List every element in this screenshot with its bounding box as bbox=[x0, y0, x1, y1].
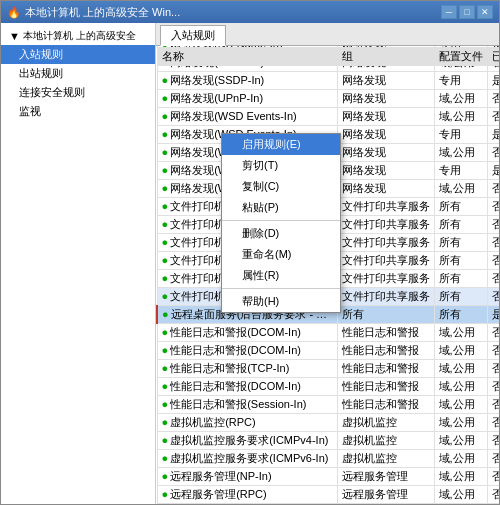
rule-group: 文件打印共享服务 bbox=[337, 198, 434, 216]
rule-profile: 域,公用 bbox=[434, 450, 487, 468]
context-menu-separator bbox=[222, 220, 340, 221]
rule-enabled: 否 bbox=[487, 90, 499, 108]
context-menu-item[interactable]: 粘贴(P) bbox=[222, 197, 340, 218]
tree-label-connection: 连接安全规则 bbox=[19, 85, 85, 100]
title-bar-controls: ─ □ ✕ bbox=[441, 5, 493, 19]
rules-table[interactable]: 名称 组 配置文件 已启用 ●核心网络 - 需要目标不可访问的数据片(ICMPv… bbox=[156, 46, 499, 504]
table-row[interactable]: ●网络发现(WSD Events-In)网络发现域,公用否 bbox=[157, 108, 499, 126]
rule-group: 远程服务管理 bbox=[337, 486, 434, 504]
rule-enabled: 是 bbox=[487, 306, 499, 324]
rule-group: 远程服务管理 bbox=[337, 468, 434, 486]
minimize-button[interactable]: ─ bbox=[441, 5, 457, 19]
table-row[interactable]: ●性能日志和警报(TCP-In)性能日志和警报域,公用否 bbox=[157, 360, 499, 378]
tree-expand-icon: ▼ bbox=[9, 30, 20, 42]
context-menu-item[interactable]: 复制(C) bbox=[222, 176, 340, 197]
rule-enabled: 否 bbox=[487, 414, 499, 432]
rule-enabled: 否 bbox=[487, 378, 499, 396]
rule-group: 所有 bbox=[337, 306, 434, 324]
context-menu-item[interactable]: 删除(D) bbox=[222, 223, 340, 244]
table-row[interactable]: ●性能日志和警报(Session-In)性能日志和警报域,公用否 bbox=[157, 396, 499, 414]
rule-group: 性能日志和警报 bbox=[337, 378, 434, 396]
rule-enabled: 否 bbox=[487, 396, 499, 414]
rule-profile: 专用 bbox=[434, 126, 487, 144]
context-menu-separator bbox=[222, 288, 340, 289]
rule-group: 性能日志和警报 bbox=[337, 360, 434, 378]
context-menu-item[interactable]: 重命名(M) bbox=[222, 244, 340, 265]
table-row[interactable]: ●性能日志和警报(DCOM-In)性能日志和警报域,公用否 bbox=[157, 342, 499, 360]
rule-enabled: 否 bbox=[487, 252, 499, 270]
rule-profile: 所有 bbox=[434, 252, 487, 270]
rule-enabled: 否 bbox=[487, 270, 499, 288]
right-panel: 入站规则 名称 组 配置文件 已启用 ●核心网络 - 需要目标不可访问 bbox=[156, 23, 499, 504]
rule-profile: 所有 bbox=[434, 234, 487, 252]
table-row[interactable]: ●性能日志和警报(DCOM-In)性能日志和警报域,公用否 bbox=[157, 378, 499, 396]
table-row[interactable]: ●虚拟机监控服务要求(ICMPv6-In)虚拟机监控域,公用否 bbox=[157, 450, 499, 468]
col-header-profile[interactable]: 配置文件 bbox=[434, 46, 487, 66]
rule-profile: 域,公用 bbox=[434, 324, 487, 342]
rule-group: 虚拟机监控 bbox=[337, 432, 434, 450]
table-row[interactable]: ●性能日志和警报(DCOM-In)性能日志和警报域,公用否 bbox=[157, 324, 499, 342]
rule-name: ●网络发现(UPnP-In) bbox=[157, 90, 337, 108]
rule-profile: 所有 bbox=[434, 198, 487, 216]
rule-profile: 域,公用 bbox=[434, 432, 487, 450]
rule-enabled: 否 bbox=[487, 432, 499, 450]
tree-item-inbound[interactable]: 入站规则 bbox=[1, 45, 155, 64]
table-row[interactable]: ●远程服务管理(RPC)远程服务管理域,公用否 bbox=[157, 486, 499, 504]
rule-group: 网络发现 bbox=[337, 162, 434, 180]
col-header-name[interactable]: 名称 bbox=[157, 46, 337, 66]
rule-profile: 所有 bbox=[434, 270, 487, 288]
rule-enabled: 否 bbox=[487, 342, 499, 360]
rule-profile: 专用 bbox=[434, 162, 487, 180]
context-menu-item[interactable]: 启用规则(E) bbox=[222, 134, 340, 155]
rule-group: 文件打印共享服务 bbox=[337, 216, 434, 234]
col-header-group[interactable]: 组 bbox=[337, 46, 434, 66]
rule-enabled: 否 bbox=[487, 180, 499, 198]
context-menu-item[interactable]: 属性(R) bbox=[222, 265, 340, 286]
rule-group: 性能日志和警报 bbox=[337, 324, 434, 342]
rule-enabled: 是 bbox=[487, 72, 499, 90]
rule-group: 文件打印共享服务 bbox=[337, 252, 434, 270]
rule-enabled: 是 bbox=[487, 126, 499, 144]
rule-group: 网络发现 bbox=[337, 108, 434, 126]
rule-enabled: 是 bbox=[487, 162, 499, 180]
rule-profile: 所有 bbox=[434, 306, 487, 324]
context-menu-item[interactable]: 剪切(T) bbox=[222, 155, 340, 176]
tree-label-root: 本地计算机 上的高级安全 bbox=[23, 29, 136, 43]
maximize-button[interactable]: □ bbox=[459, 5, 475, 19]
rule-group: 文件打印共享服务 bbox=[337, 270, 434, 288]
tree-label-monitor: 监视 bbox=[19, 104, 41, 119]
table-row[interactable]: ●网络发现(UPnP-In)网络发现域,公用否 bbox=[157, 90, 499, 108]
col-header-enabled[interactable]: 已启用 bbox=[487, 46, 499, 66]
tree-item-connection[interactable]: 连接安全规则 bbox=[1, 83, 155, 102]
tree-label-inbound: 入站规则 bbox=[19, 47, 63, 62]
rule-name: ●虚拟机监控服务要求(ICMPv6-In) bbox=[157, 450, 337, 468]
rule-group: 性能日志和警报 bbox=[337, 396, 434, 414]
rule-profile: 域,公用 bbox=[434, 90, 487, 108]
context-menu-item[interactable]: 帮助(H) bbox=[222, 291, 340, 312]
table-row[interactable]: ●网络发现(SSDP-In)网络发现专用是 bbox=[157, 72, 499, 90]
rule-profile: 域,公用 bbox=[434, 486, 487, 504]
rule-enabled: 否 bbox=[487, 216, 499, 234]
rule-name: ●远程服务管理(RPC) bbox=[157, 486, 337, 504]
rule-profile: 域,公用 bbox=[434, 342, 487, 360]
rule-name: ●性能日志和警报(DCOM-In) bbox=[157, 324, 337, 342]
tree-item-monitor[interactable]: 监视 bbox=[1, 102, 155, 121]
rule-group: 网络发现 bbox=[337, 180, 434, 198]
rule-profile: 域,公用 bbox=[434, 414, 487, 432]
tab-inbound[interactable]: 入站规则 bbox=[160, 25, 226, 46]
content-area: ▼ 本地计算机 上的高级安全 入站规则 出站规则 连接安全规则 监视 入站规则 bbox=[1, 23, 499, 504]
table-row[interactable]: ●虚拟机监控(RPC)虚拟机监控域,公用否 bbox=[157, 414, 499, 432]
rule-name: ●性能日志和警报(DCOM-In) bbox=[157, 378, 337, 396]
rule-profile: 域,公用 bbox=[434, 108, 487, 126]
rule-enabled: 否 bbox=[487, 108, 499, 126]
rule-name: ●性能日志和警报(Session-In) bbox=[157, 396, 337, 414]
table-row[interactable]: ●虚拟机监控服务要求(ICMPv4-In)虚拟机监控域,公用否 bbox=[157, 432, 499, 450]
rule-group: 虚拟机监控 bbox=[337, 450, 434, 468]
rule-profile: 域,公用 bbox=[434, 468, 487, 486]
table-row[interactable]: ●远程服务管理(NP-In)远程服务管理域,公用否 bbox=[157, 468, 499, 486]
tree-label-outbound: 出站规则 bbox=[19, 66, 63, 81]
tree-item-outbound[interactable]: 出站规则 bbox=[1, 64, 155, 83]
tree-item-root[interactable]: ▼ 本地计算机 上的高级安全 bbox=[1, 27, 155, 45]
close-button[interactable]: ✕ bbox=[477, 5, 493, 19]
rule-enabled: 否 bbox=[487, 360, 499, 378]
